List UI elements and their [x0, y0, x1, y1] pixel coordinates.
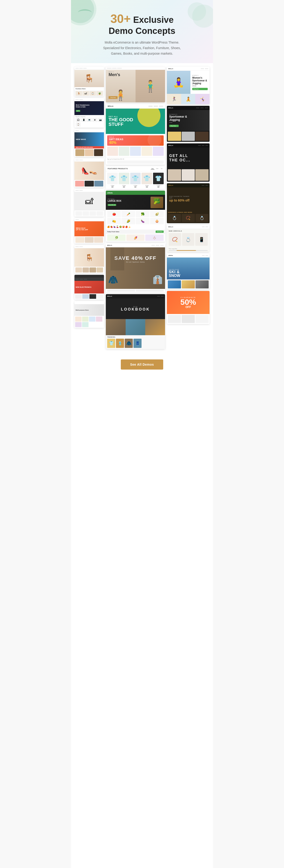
trending-items: 👕 🩴 🧥 👖 [107, 339, 164, 348]
good-stuff-logo: MOLLA [108, 105, 114, 107]
lookbook-image-2 [126, 319, 146, 335]
shop-now-button[interactable]: Shop Now [156, 230, 164, 233]
demo-home2[interactable]: 🪑 [74, 245, 104, 273]
demo-featured-products[interactable]: Featured Products New Sale Top 👕 T-Shirt… [106, 166, 165, 189]
product-item [82, 322, 89, 327]
product-card[interactable]: 👕 T-Shirt $22 [130, 173, 141, 188]
organic-box-image: 🥦 [151, 197, 163, 208]
sport-products [167, 131, 210, 142]
demo-good-stuff[interactable]: MOLLA GET ALL THE GOOD STUFF [106, 104, 165, 165]
trending-title: TRENDING [107, 336, 164, 338]
organic-sale-badge: Sale 50% Off [108, 204, 116, 206]
product-card[interactable]: 👕 T-Shirt $29 [153, 173, 164, 188]
demo-lookbook[interactable]: MOLLA NEW LOOKBOOK [106, 294, 165, 349]
yoga-thumb: 🏃‍♀️ [167, 94, 181, 104]
furniture-hero: 🪑 [74, 70, 104, 87]
gift-thumb [119, 147, 130, 156]
favorite-jewelry: EARRINGS & RINGS AND MORE 💍 📿 💍 [167, 211, 210, 223]
demo-headphones[interactable]: Best HeadphonesDeals & Sale $279 Popular… [74, 98, 104, 127]
demo-shoes[interactable]: 👠👡 [74, 158, 104, 187]
demo-marketplace[interactable]: Multi-purpose Store [74, 301, 104, 328]
organic-title: Large Box [108, 200, 121, 202]
cat-item: 💻 [87, 118, 92, 122]
header-description: Molla eCommerce is an ultimate WordPress… [98, 40, 186, 56]
demo-furniture[interactable]: 🪑 Furniture Store 🪑 🛋 🪞 🪴 [74, 67, 104, 96]
fresh-title: Today Fresh Sales [107, 231, 119, 232]
featured-tab[interactable]: Sale [155, 167, 159, 170]
trending-section: TRENDING 👕 🩴 🧥 👖 [106, 335, 165, 349]
dark-get-images [167, 168, 210, 182]
featured-header: Featured Products New Sale Top [106, 166, 165, 171]
product-item [83, 268, 89, 273]
lookbook-title: LOOKBOOK [121, 307, 150, 311]
arrival-item: 📱 [195, 233, 208, 246]
demo-mens-fashion[interactable]: 🧍 🧍‍♂️ Men's Men's Shop Now [106, 67, 165, 102]
favorite-navbar: MOLLA [167, 183, 210, 187]
lookbook-images [106, 319, 165, 335]
demo-favorite-things[interactable]: MOLLA OUR FAVORITE THINGS up to up to 60… [167, 183, 210, 223]
gift-sale-label: SALE [109, 136, 123, 138]
demo-ski-snow[interactable]: wMolla Our Site Called SKI & SNOW [167, 253, 210, 289]
ring-item: 💍 [195, 214, 209, 222]
featured-tab[interactable]: Top [160, 167, 163, 170]
product-item [85, 149, 94, 156]
product-item [75, 149, 84, 156]
yoga-title: Women's Sportswear & Jogging [192, 76, 208, 85]
grocery-hero: Only Organic Large Box Sale 50% Off 🥦 [106, 195, 165, 210]
ski-product [195, 280, 209, 288]
product-item [75, 268, 82, 273]
gift-ideas-label: GIFT IDEAS [109, 138, 123, 141]
dark-get-logo: MOLLA [168, 145, 173, 146]
demo-new-arrivals[interactable]: MOLLA NEW ARRIVALS 📿 💍 📱 Price range fil… [167, 225, 210, 252]
good-stuff-hero: GET ALL THE GOOD STUFF [106, 108, 165, 134]
left-column: 🪑 Furniture Store 🪑 🛋 🪞 🪴 Best Headphone… [74, 67, 104, 328]
product-card[interactable]: 👕 T-Shirt $19 [141, 173, 152, 188]
header-section: 30+ Exclusive Demo Concepts Molla eComme… [71, 0, 213, 63]
headphones-title: Best HeadphonesDeals & Sale [76, 104, 89, 108]
veggie-item: 🍋 [107, 218, 121, 224]
gift-percent: 40% [109, 141, 123, 145]
demo-sportswear[interactable]: MOLLA Women's Sportswear &Jogging 2019 S… [167, 106, 210, 142]
tech-hero-text: NEW ELECTRONICS [75, 286, 91, 288]
ski-hero: Our Site Called SKI & SNOW [167, 257, 210, 279]
product-card[interactable]: 👕 T-Shirt $24 [107, 173, 118, 188]
demo-minimal[interactable]: 🛋 [74, 189, 104, 216]
demo-yoga[interactable]: MOLLA 🧘‍♀️ Women's Women's Sportswear & … [167, 67, 210, 104]
jewelry-rings: 💍 📿 💍 [168, 214, 209, 222]
demo-dark-get-all[interactable]: MOLLA GET ALLTHE OC... [167, 144, 210, 182]
favorite-logo: MOLLA [168, 185, 173, 186]
trend-item: 🧥 [125, 339, 133, 348]
yoga-shop-btn[interactable]: Shop Now → [192, 88, 208, 90]
sport-product [168, 132, 181, 141]
product-item [85, 237, 94, 243]
ring-item: 📿 [182, 214, 195, 222]
favorite-discount: up to 60% off [169, 198, 189, 202]
dark-get-title: GET ALLTHE OC... [169, 154, 190, 162]
product-item [89, 268, 96, 273]
cat-item: ⌚ [75, 122, 81, 127]
headphones-cta[interactable]: $279 [76, 110, 80, 112]
cta-section: See All Demos [71, 352, 213, 379]
veggie-item: 🍆 [136, 218, 149, 224]
demo-grocery[interactable]: wMolla Only Organic Large Box Sale 50% O… [106, 191, 165, 242]
demo-fashion-save[interactable]: MOLLA SAVE 40% OFF On all fashion items [106, 243, 165, 292]
clearance-percent: 50% [180, 299, 196, 306]
demo-tech[interactable]: NEW ELECTRONICS [74, 275, 104, 300]
demo-sale[interactable]: MEGA SALEUP TO 70% OFF [74, 218, 104, 244]
right-column: MOLLA 🧘‍♀️ Women's Women's Sportswear & … [167, 67, 210, 324]
new-wave-title: NEW WAVE [76, 138, 86, 141]
cat-item: 📷 [98, 118, 103, 122]
demo-new-wave[interactable]: NEW WAVE NEW COLLECTION AVAILABLE [74, 129, 104, 157]
product-card[interactable]: 👕 T-Shirt $18 [119, 173, 129, 188]
sport-shop-btn[interactable]: Shop Now → [169, 125, 179, 127]
gift-banner: SALE GIFT IDEAS 40% [107, 135, 164, 146]
mens-cta-button[interactable]: Shop Now [108, 96, 118, 99]
demo-clearance[interactable]: CLEARANCE 50% OFF [167, 291, 210, 324]
featured-tab[interactable]: New [151, 167, 154, 170]
yoga-navbar: MOLLA [167, 67, 210, 71]
demos-container: 🪑 Furniture Store 🪑 🛋 🪞 🪴 Best Headphone… [71, 63, 213, 352]
see-all-demos-button[interactable]: See All Demos [121, 360, 163, 370]
marketplace-title: Multi-purpose Store [75, 309, 89, 311]
product-item [85, 181, 94, 187]
product-item [97, 268, 103, 273]
